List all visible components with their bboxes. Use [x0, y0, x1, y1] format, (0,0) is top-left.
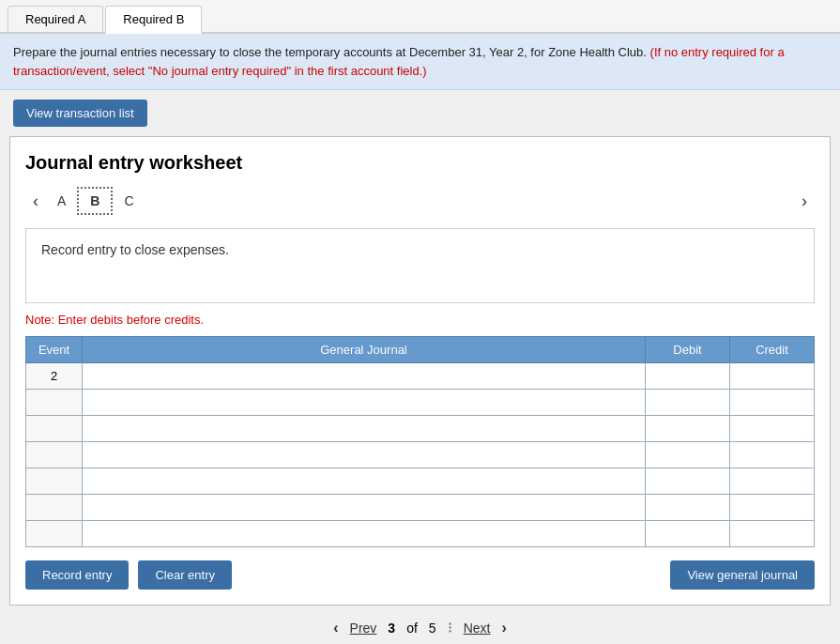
table-row: [26, 416, 815, 442]
debit-input-2[interactable]: [646, 390, 729, 415]
event-cell-3: [26, 416, 83, 442]
gj-cell-6[interactable]: [83, 495, 646, 521]
gj-input-4[interactable]: [83, 442, 645, 468]
page-of: of: [406, 621, 418, 636]
debit-cell-5[interactable]: [646, 468, 730, 495]
gj-cell-4[interactable]: [83, 442, 646, 468]
credit-input-4[interactable]: [730, 442, 814, 468]
next-link[interactable]: Next: [464, 621, 491, 636]
instructions-panel: Prepare the journal entries necessary to…: [0, 34, 840, 90]
nav-next-arrow[interactable]: ›: [794, 188, 815, 215]
gj-cell-2[interactable]: [83, 390, 646, 416]
debit-input-4[interactable]: [646, 442, 729, 468]
record-entry-button[interactable]: Record entry: [25, 560, 129, 590]
prev-link[interactable]: Prev: [350, 621, 377, 636]
debit-input-7[interactable]: [646, 521, 729, 546]
credit-input-3[interactable]: [730, 416, 814, 441]
view-general-journal-button[interactable]: View general journal: [670, 560, 815, 590]
prev-chevron: ‹: [333, 620, 338, 636]
gj-input-3[interactable]: [83, 416, 645, 441]
credit-cell-6[interactable]: [730, 495, 815, 521]
table-row: [26, 390, 815, 416]
event-cell-7: [26, 521, 83, 547]
event-cell-5: [26, 468, 83, 495]
debit-cell-1[interactable]: [646, 363, 730, 390]
worksheet-container: Journal entry worksheet ‹ A B C › Record…: [9, 136, 831, 606]
gj-input-7[interactable]: [83, 521, 645, 546]
gj-input-6[interactable]: [83, 495, 645, 520]
col-header-debit: Debit: [646, 337, 730, 363]
col-header-credit: Credit: [730, 337, 815, 363]
view-transaction-list-button[interactable]: View transaction list: [13, 100, 147, 127]
nav-letter-c[interactable]: C: [113, 189, 145, 213]
event-cell-6: [26, 495, 83, 521]
credit-cell-5[interactable]: [730, 468, 815, 495]
gj-input-1[interactable]: [83, 363, 645, 389]
bottom-buttons: Record entry Clear entry View general jo…: [25, 560, 815, 590]
debit-input-5[interactable]: [646, 468, 729, 494]
credit-input-2[interactable]: [730, 390, 814, 415]
instructions-main: Prepare the journal entries necessary to…: [13, 45, 647, 59]
worksheet-title: Journal entry worksheet: [25, 152, 815, 174]
event-cell-2: [26, 390, 83, 416]
toolbar: View transaction list: [0, 90, 840, 136]
page-total: 5: [429, 621, 436, 636]
debit-cell-2[interactable]: [646, 390, 730, 416]
pagination: ‹ Prev 3 of 5 ⁝ Next ›: [0, 606, 840, 644]
gj-input-2[interactable]: [83, 390, 645, 415]
gj-input-5[interactable]: [83, 468, 645, 494]
event-cell-1: 2: [26, 363, 83, 390]
nav-letter-b[interactable]: B: [77, 187, 113, 215]
description-box: Record entry to close expenses.: [25, 228, 815, 303]
clear-entry-button[interactable]: Clear entry: [138, 560, 232, 590]
journal-table: Event General Journal Debit Credit 2: [25, 336, 815, 547]
col-header-event: Event: [26, 337, 83, 363]
credit-cell-1[interactable]: [730, 363, 815, 390]
grid-icon[interactable]: ⁝: [448, 619, 452, 636]
event-cell-4: [26, 442, 83, 468]
col-header-gj: General Journal: [83, 337, 646, 363]
debit-cell-7[interactable]: [646, 521, 730, 547]
debit-cell-6[interactable]: [646, 495, 730, 521]
credit-cell-3[interactable]: [730, 416, 815, 442]
credit-input-1[interactable]: [730, 363, 814, 389]
debit-input-3[interactable]: [646, 416, 729, 441]
tabs-bar: Required A Required B: [0, 0, 840, 34]
gj-cell-5[interactable]: [83, 468, 646, 495]
debit-cell-3[interactable]: [646, 416, 730, 442]
gj-cell-7[interactable]: [83, 521, 646, 547]
credit-cell-4[interactable]: [730, 442, 815, 468]
table-row: [26, 495, 815, 521]
credit-input-6[interactable]: [730, 495, 814, 520]
nav-prev-arrow[interactable]: ‹: [25, 188, 46, 215]
tab-required-b[interactable]: Required B: [105, 6, 202, 34]
credit-input-5[interactable]: [730, 468, 814, 494]
gj-cell-1[interactable]: [83, 363, 646, 390]
debit-input-6[interactable]: [646, 495, 729, 520]
table-row: 2: [26, 363, 815, 390]
nav-row: ‹ A B C ›: [25, 187, 815, 215]
note-text: Note: Enter debits before credits.: [25, 313, 815, 327]
credit-input-7[interactable]: [730, 521, 814, 546]
debit-cell-4[interactable]: [646, 442, 730, 468]
credit-cell-7[interactable]: [730, 521, 815, 547]
credit-cell-2[interactable]: [730, 390, 815, 416]
tab-required-a[interactable]: Required A: [8, 6, 103, 32]
gj-cell-3[interactable]: [83, 416, 646, 442]
table-row: [26, 468, 815, 495]
table-row: [26, 442, 815, 468]
table-row: [26, 521, 815, 547]
next-chevron: ›: [501, 620, 506, 636]
nav-letter-a[interactable]: A: [46, 189, 77, 213]
page-current: 3: [388, 621, 395, 636]
debit-input-1[interactable]: [646, 363, 729, 389]
